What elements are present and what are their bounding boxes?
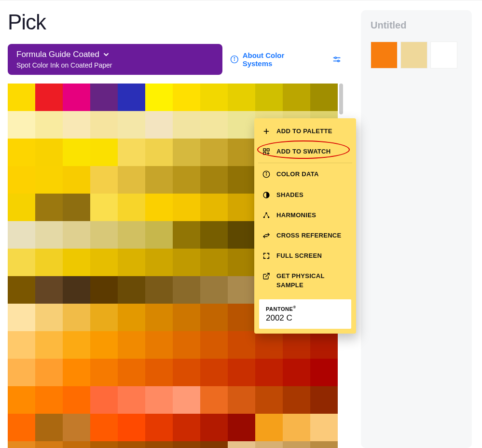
color-swatch[interactable] (118, 84, 145, 111)
color-system-selector[interactable]: Formula Guide Coated Spot Color Ink on C… (8, 44, 222, 75)
color-swatch[interactable] (118, 386, 145, 414)
color-swatch[interactable] (173, 414, 200, 441)
color-swatch[interactable] (8, 139, 35, 166)
color-swatch[interactable] (145, 304, 173, 331)
color-swatch[interactable] (228, 111, 255, 139)
color-swatch[interactable] (8, 111, 35, 139)
color-swatch[interactable] (90, 331, 118, 359)
color-swatch[interactable] (90, 359, 118, 386)
color-swatch[interactable] (173, 359, 200, 386)
color-swatch[interactable] (173, 249, 200, 276)
palette-swatch[interactable] (371, 42, 398, 69)
palette-swatch[interactable] (400, 42, 427, 69)
color-swatch[interactable] (145, 331, 173, 359)
color-swatch[interactable] (8, 331, 35, 359)
color-swatch[interactable] (8, 249, 35, 276)
color-swatch[interactable] (118, 359, 145, 386)
settings-button[interactable] (330, 53, 344, 66)
color-swatch[interactable] (200, 359, 228, 386)
color-swatch[interactable] (145, 249, 173, 276)
color-swatch[interactable] (283, 331, 310, 359)
color-swatch[interactable] (145, 84, 173, 111)
color-swatch[interactable] (255, 441, 283, 448)
color-swatch[interactable] (173, 84, 200, 111)
color-swatch[interactable] (173, 111, 200, 139)
get-sample-item[interactable]: GET PHYSICAL SAMPLE (258, 266, 352, 295)
color-swatch[interactable] (200, 304, 228, 331)
color-swatch[interactable] (200, 111, 228, 139)
color-swatch[interactable] (8, 414, 35, 441)
color-swatch[interactable] (228, 276, 255, 304)
color-swatch[interactable] (228, 84, 255, 111)
color-swatch[interactable] (145, 359, 173, 386)
color-swatch[interactable] (255, 386, 283, 414)
color-swatch[interactable] (8, 166, 35, 194)
color-swatch[interactable] (8, 304, 35, 331)
color-swatch[interactable] (173, 194, 200, 221)
color-swatch[interactable] (118, 249, 145, 276)
color-swatch[interactable] (63, 249, 90, 276)
about-color-systems-link[interactable]: About Color Systems (230, 51, 315, 68)
color-swatch[interactable] (228, 221, 255, 249)
color-swatch[interactable] (310, 359, 338, 386)
color-swatch[interactable] (63, 166, 90, 194)
color-swatch[interactable] (118, 331, 145, 359)
color-swatch[interactable] (228, 304, 255, 331)
color-swatch[interactable] (173, 304, 200, 331)
color-swatch[interactable] (228, 194, 255, 221)
color-swatch[interactable] (63, 194, 90, 221)
color-swatch[interactable] (145, 111, 173, 139)
color-swatch[interactable] (200, 139, 228, 166)
color-swatch[interactable] (35, 386, 63, 414)
color-swatch[interactable] (35, 166, 63, 194)
color-swatch[interactable] (63, 441, 90, 448)
color-swatch[interactable] (63, 84, 90, 111)
color-swatch[interactable] (145, 166, 173, 194)
color-swatch[interactable] (63, 139, 90, 166)
color-swatch[interactable] (310, 386, 338, 414)
color-swatch[interactable] (145, 139, 173, 166)
color-swatch[interactable] (35, 84, 63, 111)
color-swatch[interactable] (8, 221, 35, 249)
color-swatch[interactable] (63, 276, 90, 304)
color-data-item[interactable]: COLOR DATA (258, 164, 352, 184)
color-swatch[interactable] (200, 84, 228, 111)
color-swatch[interactable] (200, 194, 228, 221)
color-swatch[interactable] (255, 359, 283, 386)
color-swatch[interactable] (118, 166, 145, 194)
color-swatch[interactable] (145, 194, 173, 221)
color-swatch[interactable] (283, 386, 310, 414)
color-swatch[interactable] (63, 304, 90, 331)
color-swatch[interactable] (35, 304, 63, 331)
color-swatch[interactable] (255, 414, 283, 441)
color-swatch[interactable] (118, 304, 145, 331)
color-swatch[interactable] (118, 276, 145, 304)
color-swatch[interactable] (310, 414, 338, 441)
color-swatch[interactable] (228, 249, 255, 276)
color-swatch[interactable] (255, 84, 283, 111)
color-swatch[interactable] (35, 139, 63, 166)
color-swatch[interactable] (228, 331, 255, 359)
color-swatch[interactable] (310, 441, 338, 448)
color-swatch[interactable] (145, 276, 173, 304)
color-swatch[interactable] (228, 386, 255, 414)
color-swatch[interactable] (63, 331, 90, 359)
color-swatch[interactable] (118, 111, 145, 139)
color-swatch[interactable] (173, 166, 200, 194)
color-swatch[interactable] (90, 111, 118, 139)
add-to-palette-item[interactable]: ADD TO PALETTE (258, 121, 352, 141)
color-swatch[interactable] (35, 194, 63, 221)
color-swatch[interactable] (63, 386, 90, 414)
color-swatch[interactable] (90, 221, 118, 249)
color-swatch[interactable] (8, 276, 35, 304)
color-swatch[interactable] (8, 84, 35, 111)
color-swatch[interactable] (8, 441, 35, 448)
full-screen-item[interactable]: FULL SCREEN (258, 246, 352, 266)
color-swatch[interactable] (173, 221, 200, 249)
color-swatch[interactable] (90, 166, 118, 194)
color-swatch[interactable] (63, 414, 90, 441)
color-swatch[interactable] (173, 276, 200, 304)
color-swatch[interactable] (228, 441, 255, 448)
color-swatch[interactable] (200, 249, 228, 276)
color-swatch[interactable] (118, 139, 145, 166)
